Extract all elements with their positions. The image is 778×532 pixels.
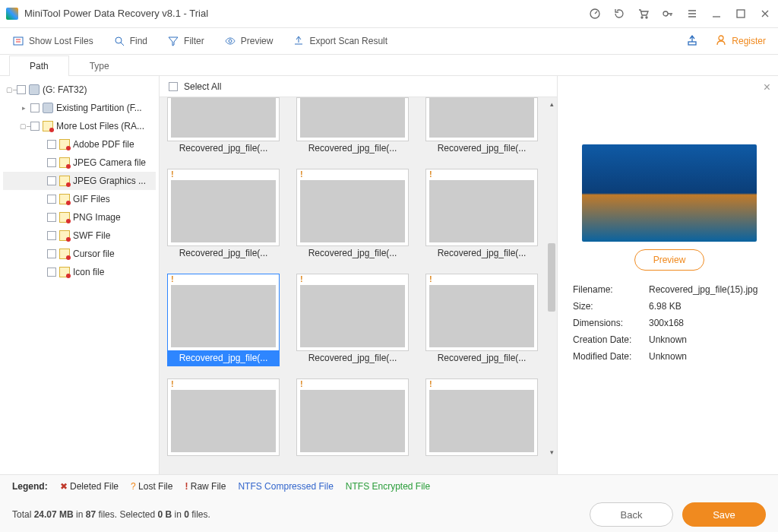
thumb-item[interactable]: !Recovered_jpg_file(... (296, 169, 409, 261)
thumb-image (429, 98, 534, 138)
legend-raw: ! Raw File (185, 481, 226, 492)
legend-deleted: ✖ Deleted File (60, 481, 119, 492)
tree-node-gif[interactable]: GIF Files (3, 190, 156, 208)
tree-node-jpeg-graphics[interactable]: JPEG Graphics ... (3, 172, 156, 190)
collapse-icon[interactable]: ▢― (20, 122, 27, 130)
key-icon[interactable] (661, 7, 675, 21)
thumb-item-selected[interactable]: !Recovered_jpg_file(... (167, 274, 280, 366)
menu-icon[interactable] (685, 7, 699, 21)
save-button[interactable]: Save (682, 502, 766, 527)
register-button[interactable]: Register (715, 34, 766, 49)
tree-label: Existing Partition (F... (56, 103, 142, 113)
thumb-item[interactable]: Recovered_jpg_file(... (296, 97, 409, 157)
thumb-item[interactable]: !Recovered_jpg_file(... (296, 274, 409, 366)
checkbox[interactable] (30, 122, 40, 131)
thumb-image (171, 285, 276, 347)
thumb-item[interactable]: Recovered_jpg_file(... (167, 97, 280, 157)
scrollbar-thumb[interactable] (548, 243, 555, 312)
expand-icon[interactable]: ▸ (20, 104, 27, 112)
tab-type[interactable]: Type (69, 55, 130, 76)
preview-button[interactable]: Preview (224, 35, 274, 47)
x-icon: ✖ (60, 481, 70, 492)
meta-label-dimensions: Dimensions: (573, 318, 649, 334)
preview-panel: × Preview Filename:Recovered_jpg_file(15… (558, 76, 778, 474)
legend-lost: ? Lost File (131, 481, 172, 492)
tree-node-jpeg-camera[interactable]: JPEG Camera file (3, 154, 156, 172)
tree-label: Icon file (73, 267, 104, 277)
tab-path[interactable]: Path (9, 55, 69, 76)
collapse-icon[interactable]: ▢― (6, 86, 14, 93)
thumb-item[interactable]: !Recovered_jpg_file(... (425, 274, 538, 366)
select-all-checkbox[interactable] (169, 82, 178, 91)
checkbox[interactable] (47, 176, 56, 185)
tree-label: PNG Image (73, 212, 121, 223)
tabs: Path Type (0, 55, 778, 76)
thumb-image (171, 180, 276, 242)
tree-node-more-lost-files[interactable]: ▢―More Lost Files (RA... (3, 117, 156, 135)
checkbox[interactable] (47, 231, 56, 240)
tree-node-existing-partition[interactable]: ▸Existing Partition (F... (3, 99, 156, 117)
tree-node-cursor[interactable]: Cursor file (3, 245, 156, 263)
checkbox[interactable] (47, 268, 56, 277)
back-button[interactable]: Back (590, 502, 673, 527)
maximize-icon[interactable] (734, 7, 748, 21)
file-type-icon (59, 139, 70, 150)
tree-node-png[interactable]: PNG Image (3, 208, 156, 226)
file-type-icon (59, 249, 70, 259)
export-scan-button[interactable]: Export Scan Result (293, 35, 387, 47)
window-controls (588, 7, 772, 21)
tab-type-label: Type (90, 61, 109, 71)
legend: Legend: ✖ Deleted File ? Lost File ! Raw… (0, 474, 778, 497)
svg-rect-4 (737, 10, 745, 17)
raw-file-marker-icon: ! (426, 169, 537, 180)
scroll-down-icon[interactable]: ▾ (548, 448, 555, 456)
thumb-item[interactable]: Recovered_jpg_file(... (425, 97, 538, 157)
show-lost-files-label: Show Lost Files (29, 36, 93, 46)
tree-label: SWF File (73, 230, 110, 241)
gauge-icon[interactable] (588, 7, 602, 21)
thumb-item[interactable]: ! (425, 378, 538, 456)
select-all-row[interactable]: Select All (160, 76, 557, 97)
tree-node-drive[interactable]: ▢―(G: FAT32) (3, 81, 156, 99)
thumb-caption: Recovered_jpg_file(... (167, 246, 280, 261)
close-icon[interactable] (758, 7, 772, 21)
thumb-item[interactable]: !Recovered_jpg_file(... (425, 169, 538, 261)
thumb-item[interactable]: ! (167, 378, 280, 456)
cart-icon[interactable] (637, 7, 650, 21)
filter-button[interactable]: Filter (167, 35, 204, 47)
minimize-icon[interactable] (710, 7, 723, 21)
scrollbar[interactable]: ▴ ▾ (548, 100, 555, 456)
open-preview-button[interactable]: Preview (634, 249, 704, 271)
thumb-image (429, 285, 534, 347)
file-type-icon (59, 157, 70, 168)
close-preview-icon[interactable]: × (764, 81, 770, 94)
preview-metadata: Filename:Recovered_jpg_file(15).jpg Size… (573, 284, 766, 368)
checkbox[interactable] (47, 249, 56, 258)
checkbox[interactable] (47, 140, 56, 149)
preview-label: Preview (241, 36, 274, 46)
select-all-label: Select All (184, 81, 221, 92)
disk-icon (29, 84, 40, 95)
thumb-image (300, 98, 405, 138)
share-icon[interactable] (686, 34, 700, 48)
thumb-item[interactable]: ! (296, 378, 409, 456)
show-lost-files-button[interactable]: Show Lost Files (12, 35, 93, 47)
find-button[interactable]: Find (113, 35, 147, 47)
checkbox[interactable] (30, 103, 40, 112)
checkbox[interactable] (47, 158, 56, 167)
checkbox[interactable] (47, 213, 56, 222)
thumb-item[interactable]: !Recovered_jpg_file(... (167, 169, 280, 261)
checkbox[interactable] (47, 195, 56, 204)
legend-title: Legend: (12, 481, 48, 492)
legend-ntfs-compressed: NTFS Compressed File (238, 481, 333, 492)
back-label: Back (621, 509, 643, 521)
tree-node-pdf[interactable]: Adobe PDF file (3, 135, 156, 154)
refresh-icon[interactable] (612, 7, 626, 21)
raw-file-marker-icon: ! (168, 274, 279, 285)
meta-value-dimensions: 300x168 (649, 318, 684, 334)
scroll-up-icon[interactable]: ▴ (548, 100, 555, 108)
tree-node-icon[interactable]: Icon file (3, 263, 156, 281)
tree-node-swf[interactable]: SWF File (3, 226, 156, 245)
checkbox[interactable] (17, 85, 26, 94)
warn-folder-icon (43, 121, 53, 131)
